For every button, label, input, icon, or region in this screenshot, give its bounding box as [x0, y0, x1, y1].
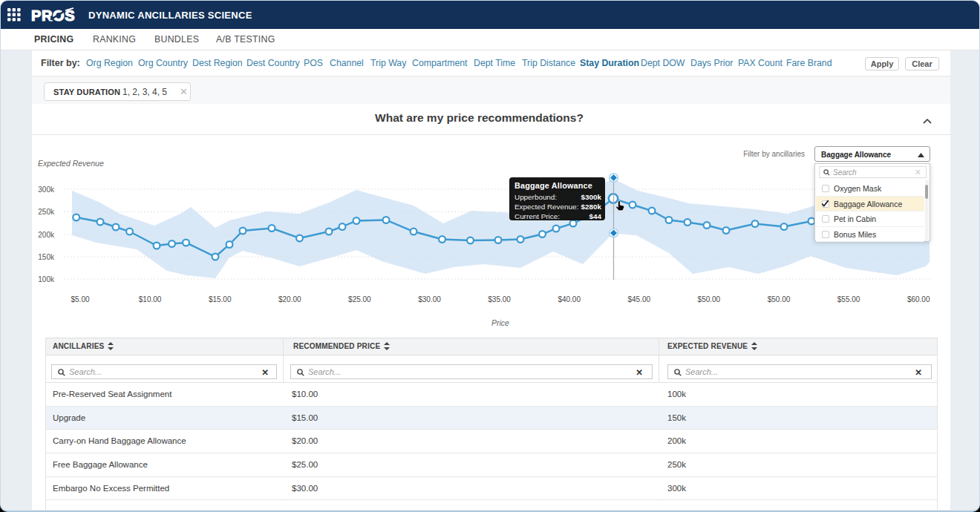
svg-text:$55.00: $55.00	[837, 295, 860, 303]
svg-text:$50.00: $50.00	[698, 295, 721, 303]
svg-text:200k: 200k	[38, 231, 55, 239]
svg-text:$50.00: $50.00	[768, 295, 791, 303]
svg-text:$45.00: $45.00	[628, 295, 651, 303]
svg-text:Price: Price	[491, 318, 509, 327]
svg-text:$20.00: $20.00	[278, 295, 301, 303]
svg-text:$15.00: $15.00	[209, 295, 232, 303]
svg-text:100k: 100k	[38, 275, 55, 283]
svg-text:$40.00: $40.00	[558, 295, 581, 303]
svg-text:$5.00: $5.00	[71, 295, 89, 303]
svg-text:Expected Revenue: Expected Revenue	[38, 159, 104, 168]
svg-text:$10.00: $10.00	[139, 295, 162, 303]
svg-text:$25.00: $25.00	[348, 295, 371, 303]
svg-text:150k: 150k	[38, 253, 55, 261]
svg-text:300k: 300k	[38, 186, 55, 194]
svg-text:$30.00: $30.00	[418, 295, 441, 303]
svg-text:$60.00: $60.00	[907, 295, 930, 303]
svg-text:250k: 250k	[38, 208, 55, 216]
svg-text:$35.00: $35.00	[488, 295, 511, 303]
